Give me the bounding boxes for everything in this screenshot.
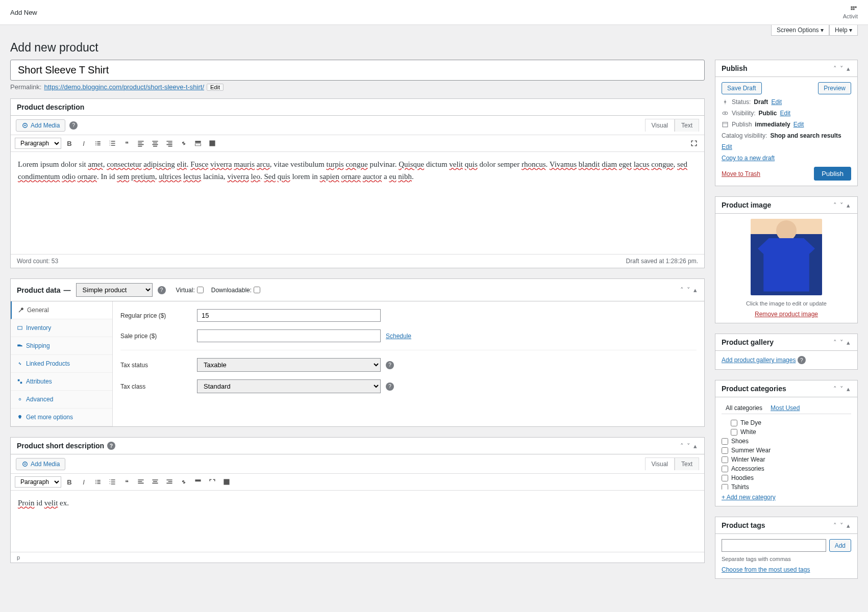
- most-used-tab[interactable]: Most Used: [766, 402, 804, 414]
- fullscreen-button[interactable]: [688, 137, 700, 149]
- chevron-down-icon[interactable]: ˅: [839, 385, 845, 393]
- visual-tab[interactable]: Visual: [645, 119, 675, 132]
- help-icon[interactable]: ?: [69, 121, 78, 130]
- activity-icon[interactable]: [850, 5, 858, 13]
- regular-price-input[interactable]: [197, 309, 381, 322]
- bold-button[interactable]: B: [63, 476, 76, 488]
- remove-image-link[interactable]: Remove product image: [755, 311, 818, 318]
- sort-icon[interactable]: ▴: [692, 442, 698, 450]
- schedule-link[interactable]: Schedule: [386, 333, 411, 340]
- chevron-up-icon[interactable]: ˄: [832, 385, 838, 393]
- toolbar-toggle-button[interactable]: [206, 137, 218, 149]
- edit-catalog-link[interactable]: Edit: [722, 143, 732, 150]
- help-icon[interactable]: ?: [798, 356, 806, 364]
- align-center-button[interactable]: [149, 476, 161, 488]
- edit-status-link[interactable]: Edit: [771, 98, 782, 106]
- add-gallery-link[interactable]: Add product gallery images: [722, 356, 796, 364]
- number-list-button[interactable]: [106, 137, 118, 149]
- text-tab[interactable]: Text: [675, 119, 699, 132]
- tab-attributes[interactable]: Attributes: [11, 373, 112, 391]
- insert-more-button[interactable]: [192, 137, 204, 149]
- save-draft-button[interactable]: Save Draft: [722, 82, 762, 94]
- all-categories-tab[interactable]: All categories: [722, 402, 766, 414]
- sort-icon[interactable]: ▴: [692, 286, 698, 294]
- chevron-up-icon[interactable]: ˄: [832, 522, 838, 529]
- category-checkbox[interactable]: [722, 466, 728, 472]
- italic-button[interactable]: I: [78, 476, 90, 488]
- quote-button[interactable]: ❝: [120, 476, 133, 488]
- bold-button[interactable]: B: [63, 137, 76, 149]
- align-left-button[interactable]: [135, 476, 147, 488]
- align-left-button[interactable]: [135, 137, 147, 149]
- category-checkbox[interactable]: [722, 447, 728, 454]
- sort-icon[interactable]: ▴: [846, 65, 851, 72]
- sort-icon[interactable]: ▴: [846, 201, 851, 209]
- chevron-down-icon[interactable]: ˅: [839, 522, 845, 529]
- category-checkbox[interactable]: [731, 420, 737, 426]
- chevron-up-icon[interactable]: ˄: [832, 65, 838, 72]
- chevron-up-icon[interactable]: ˄: [832, 201, 838, 209]
- tab-linked[interactable]: Linked Products: [11, 355, 112, 373]
- category-checkbox[interactable]: [722, 456, 728, 463]
- link-button[interactable]: [178, 476, 190, 488]
- sort-icon[interactable]: ▴: [846, 522, 851, 529]
- short-description-editor[interactable]: Proin id velit ex.: [11, 491, 704, 552]
- tab-shipping[interactable]: Shipping: [11, 337, 112, 355]
- edit-visibility-link[interactable]: Edit: [780, 110, 790, 117]
- format-select[interactable]: Paragraph: [15, 476, 61, 488]
- quote-button[interactable]: ❝: [120, 137, 133, 149]
- product-image[interactable]: [751, 219, 822, 295]
- category-checkbox[interactable]: [722, 438, 728, 445]
- chevron-up-icon[interactable]: ˄: [832, 339, 838, 346]
- insert-more-button[interactable]: [192, 476, 204, 488]
- tag-input[interactable]: [722, 539, 826, 552]
- preview-button[interactable]: Preview: [818, 82, 851, 94]
- category-checkbox[interactable]: [722, 484, 728, 490]
- fullscreen-button[interactable]: [206, 476, 218, 488]
- tab-inventory[interactable]: Inventory: [11, 319, 112, 337]
- product-title-input[interactable]: [10, 60, 705, 81]
- number-list-button[interactable]: [106, 476, 118, 488]
- edit-permalink-button[interactable]: Edit: [207, 84, 224, 91]
- italic-button[interactable]: I: [78, 137, 90, 149]
- help-icon[interactable]: ?: [158, 286, 166, 294]
- category-checkbox[interactable]: [731, 429, 737, 436]
- bullet-list-button[interactable]: [92, 476, 104, 488]
- help-button[interactable]: Help ▾: [829, 25, 858, 36]
- tax-status-select[interactable]: Taxable: [197, 358, 381, 372]
- help-icon[interactable]: ?: [386, 382, 394, 391]
- copy-draft-link[interactable]: Copy to a new draft: [722, 155, 775, 162]
- align-right-button[interactable]: [163, 476, 176, 488]
- move-trash-link[interactable]: Move to Trash: [722, 170, 760, 177]
- align-right-button[interactable]: [163, 137, 176, 149]
- sort-icon[interactable]: ▴: [846, 385, 851, 393]
- product-type-select[interactable]: Simple product: [76, 283, 153, 297]
- add-media-button[interactable]: Add Media: [16, 458, 65, 470]
- text-tab[interactable]: Text: [675, 457, 699, 470]
- chevron-down-icon[interactable]: ˅: [839, 201, 845, 209]
- help-icon[interactable]: ?: [107, 442, 115, 450]
- chevron-down-icon[interactable]: ˅: [839, 339, 845, 346]
- publish-button[interactable]: Publish: [814, 167, 851, 181]
- toolbar-toggle-button[interactable]: [220, 476, 233, 488]
- visual-tab[interactable]: Visual: [645, 457, 675, 470]
- tab-advanced[interactable]: Advanced: [11, 391, 112, 409]
- tab-get-more[interactable]: Get more options: [11, 409, 112, 426]
- format-select[interactable]: Paragraph: [15, 138, 61, 149]
- sort-icon[interactable]: ▴: [846, 339, 851, 346]
- align-center-button[interactable]: [149, 137, 161, 149]
- permalink-url[interactable]: https://demo.blogginc.com/product/short-…: [44, 83, 204, 91]
- chevron-down-icon[interactable]: ˅: [686, 286, 691, 294]
- link-button[interactable]: [178, 137, 190, 149]
- chevron-down-icon[interactable]: ˅: [686, 442, 691, 450]
- tax-class-select[interactable]: Standard: [197, 379, 381, 393]
- bullet-list-button[interactable]: [92, 137, 104, 149]
- chevron-down-icon[interactable]: ˅: [839, 65, 845, 72]
- sale-price-input[interactable]: [197, 329, 381, 342]
- description-editor[interactable]: Lorem ipsum dolor sit amet, consectetur …: [11, 152, 704, 254]
- add-media-button[interactable]: Add Media: [16, 119, 65, 132]
- virtual-checkbox[interactable]: [197, 287, 204, 293]
- add-tag-button[interactable]: Add: [829, 539, 851, 552]
- downloadable-checkbox[interactable]: [254, 287, 260, 293]
- category-checkbox[interactable]: [722, 475, 728, 481]
